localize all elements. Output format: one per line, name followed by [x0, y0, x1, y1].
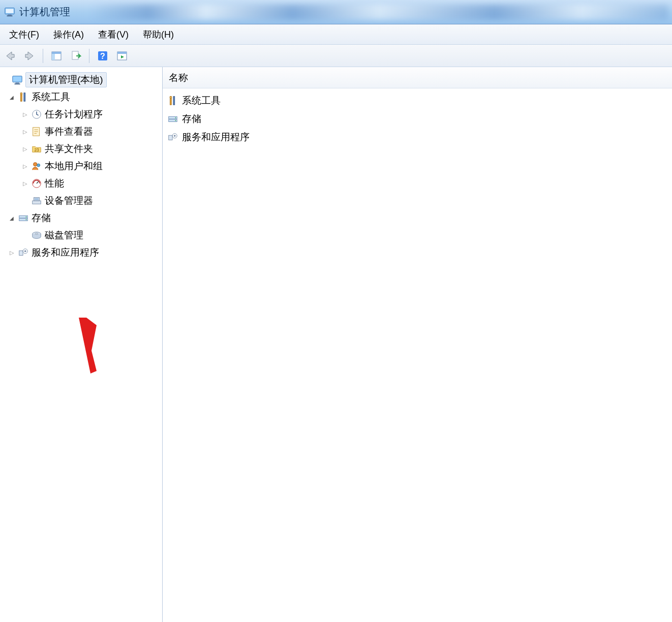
svg-rect-37: [173, 97, 175, 105]
tree-local-users-groups-label: 本地用户和组: [45, 160, 103, 173]
svg-point-41: [175, 117, 176, 118]
menu-file[interactable]: 文件(F): [2, 26, 46, 43]
svg-point-32: [35, 233, 38, 234]
tree-system-tools[interactable]: 系统工具: [1, 88, 160, 106]
tree-device-manager-label: 设备管理器: [45, 194, 93, 207]
back-button[interactable]: [2, 48, 18, 64]
svg-point-35: [24, 250, 26, 252]
help-button[interactable]: ?: [95, 48, 111, 64]
storage-icon: [17, 212, 29, 224]
app-icon: [4, 6, 16, 18]
tree-performance-label: 性能: [45, 177, 64, 190]
svg-rect-43: [169, 135, 172, 140]
computer-mgmt-icon: [11, 74, 23, 86]
window-title: 计算机管理: [19, 5, 70, 19]
tree-root-label: 计算机管理(本地): [25, 72, 107, 87]
menu-help[interactable]: 帮助(H): [136, 26, 181, 43]
arrow-left-icon: [4, 50, 16, 62]
tree-event-viewer[interactable]: 事件查看器: [1, 123, 160, 140]
tree-root[interactable]: 计算机管理(本地): [1, 71, 160, 88]
svg-point-29: [26, 216, 27, 217]
device-manager-icon: [30, 195, 43, 207]
svg-rect-6: [52, 52, 61, 54]
svg-point-21: [34, 163, 37, 166]
expander-closed-icon[interactable]: [8, 249, 15, 256]
tree-local-users-groups[interactable]: 本地用户和组: [1, 158, 160, 175]
toolbar: ?: [0, 45, 672, 67]
arrow-right-icon: [23, 50, 36, 62]
toolbar-separator: [43, 49, 43, 63]
svg-point-30: [26, 219, 27, 220]
tree-pane[interactable]: 计算机管理(本地) 系统工具 任务计划程序 事件查看器: [0, 67, 163, 622]
tree-event-viewer-label: 事件查看器: [45, 125, 93, 138]
svg-text:?: ?: [100, 52, 105, 60]
expander-closed-icon[interactable]: [21, 111, 28, 118]
svg-point-38: [170, 97, 172, 99]
list-label: 服务和应用程序: [182, 131, 250, 144]
list-item-system-tools[interactable]: 系统工具: [165, 91, 670, 110]
tree-device-manager[interactable]: 设备管理器: [1, 192, 160, 209]
svg-text:23: 23: [34, 148, 39, 152]
tree-storage[interactable]: 存储: [1, 209, 160, 227]
list-pane: 名称 系统工具 存储 服务和应用程序: [163, 67, 672, 622]
list-item-storage[interactable]: 存储: [165, 110, 670, 128]
action-list-button[interactable]: [114, 48, 130, 64]
toolbar-separator: [89, 49, 89, 63]
svg-rect-11: [117, 52, 127, 54]
column-header-name[interactable]: 名称: [163, 67, 672, 88]
list-label: 存储: [182, 112, 201, 126]
list-body: 系统工具 存储 服务和应用程序: [163, 88, 672, 149]
svg-rect-26: [35, 198, 38, 200]
expander-closed-icon[interactable]: [21, 180, 28, 187]
svg-point-22: [37, 164, 40, 167]
show-hide-tree-button[interactable]: [48, 48, 65, 64]
console-tree-icon: [50, 50, 63, 62]
clock-icon: [30, 108, 43, 120]
expander-closed-icon[interactable]: [21, 163, 28, 170]
svg-rect-1: [6, 9, 14, 13]
window-play-icon: [116, 50, 128, 62]
list-label: 系统工具: [182, 94, 221, 107]
tree-shared-folders[interactable]: 23 共享文件夹: [1, 140, 160, 158]
tree-task-scheduler-label: 任务计划程序: [45, 108, 103, 121]
titlebar: 计算机管理: [0, 0, 672, 24]
page-go-icon: [70, 50, 82, 62]
tree-disk-management[interactable]: 磁盘管理: [1, 227, 160, 244]
performance-icon: [30, 177, 43, 190]
svg-rect-14: [15, 83, 20, 84]
disk-icon: [30, 229, 43, 241]
tools-icon: [167, 95, 179, 107]
services-icon: [17, 246, 29, 259]
svg-rect-33: [19, 251, 23, 255]
services-icon: [167, 131, 179, 143]
help-icon: ?: [97, 50, 109, 62]
menubar: 文件(F) 操作(A) 查看(V) 帮助(H): [0, 24, 672, 45]
svg-point-45: [174, 135, 176, 137]
list-item-services-apps[interactable]: 服务和应用程序: [165, 128, 670, 146]
svg-point-17: [20, 93, 22, 95]
properties-button[interactable]: [68, 48, 84, 64]
tools-icon: [17, 91, 29, 103]
event-log-icon: [30, 126, 43, 138]
tree-services-apps[interactable]: 服务和应用程序: [1, 244, 160, 261]
expander-open-icon[interactable]: [8, 214, 15, 222]
menu-action[interactable]: 操作(A): [46, 26, 91, 43]
forward-button[interactable]: [21, 48, 38, 64]
tree-task-scheduler[interactable]: 任务计划程序: [1, 106, 160, 123]
svg-rect-13: [15, 83, 19, 84]
expander-closed-icon[interactable]: [21, 145, 28, 152]
storage-icon: [167, 113, 179, 125]
tree-storage-label: 存储: [32, 211, 51, 225]
tree-services-apps-label: 服务和应用程序: [32, 246, 99, 259]
svg-rect-16: [24, 93, 25, 102]
main-panel: 计算机管理(本地) 系统工具 任务计划程序 事件查看器: [0, 67, 672, 622]
menu-view[interactable]: 查看(V): [91, 26, 136, 43]
tree-performance[interactable]: 性能: [1, 175, 160, 192]
expander-closed-icon[interactable]: [21, 128, 28, 135]
tree-shared-folders-label: 共享文件夹: [45, 142, 93, 156]
svg-rect-24: [33, 201, 41, 204]
expander-open-icon[interactable]: [8, 94, 15, 101]
svg-point-42: [175, 120, 176, 121]
svg-rect-2: [8, 14, 11, 15]
tree-disk-management-label: 磁盘管理: [45, 229, 83, 242]
